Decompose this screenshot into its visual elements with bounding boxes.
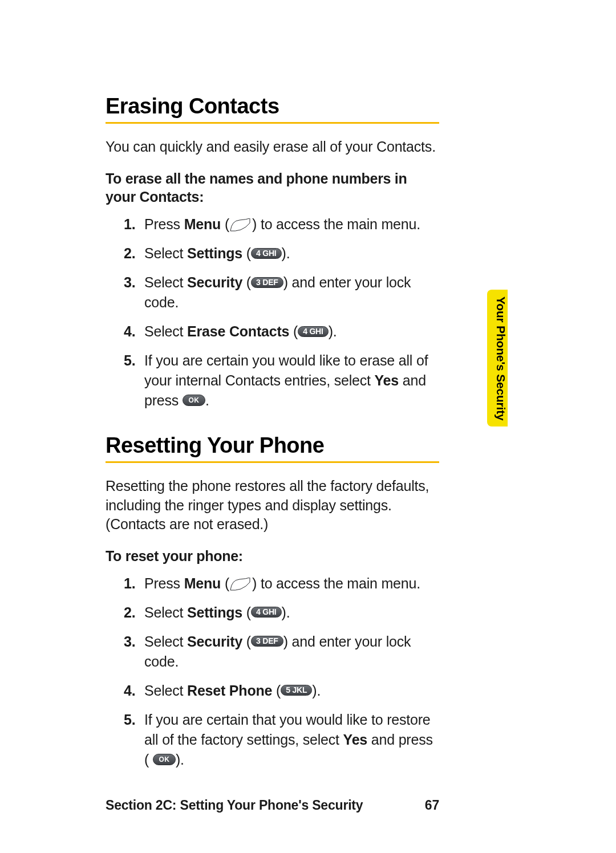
step-3: 3. Select Security (3 DEF) and enter you… [124,273,439,312]
step-number: 4. [124,322,135,342]
step-number: 4. [124,681,135,701]
key-ok-icon: OK [153,754,176,765]
step-5: 5. If you are certain that you would lik… [124,710,439,770]
menu-key-icon [229,217,252,231]
step-number: 5. [124,710,135,730]
heading-erasing-contacts: Erasing Contacts [106,94,439,119]
intro-text-2: Resetting the phone restores all the fac… [106,477,439,534]
menu-key-icon [229,576,252,590]
step-number: 3. [124,632,135,652]
heading-resetting-phone: Resetting Your Phone [106,433,439,458]
step-number: 2. [124,243,135,263]
step-number: 3. [124,273,135,293]
step-3: 3. Select Security (3 DEF) and enter you… [124,632,439,672]
step-1: 1. Press Menu () to access the main menu… [124,214,439,234]
key-3-icon: 3 DEF [251,636,283,647]
step-1: 1. Press Menu () to access the main menu… [124,574,439,594]
step-number: 1. [124,214,135,234]
subhead-reset: To reset your phone: [106,547,439,566]
steps-erase: 1. Press Menu () to access the main menu… [106,214,439,411]
step-2: 2. Select Settings (4 GHI). [124,603,439,623]
step-5: 5. If you are certain you would like to … [124,351,439,411]
heading-underline [106,122,439,124]
key-4-icon: 4 GHI [298,326,329,337]
step-4: 4. Select Reset Phone (5 JKL). [124,681,439,701]
subhead-erase: To erase all the names and phone numbers… [106,169,439,206]
page-footer: Section 2C: Setting Your Phone's Securit… [106,798,439,813]
intro-text: You can quickly and easily erase all of … [106,137,439,157]
key-5-icon: 5 JKL [281,685,312,696]
key-ok-icon: OK [183,395,205,406]
key-4-icon: 4 GHI [251,607,282,618]
step-number: 1. [124,574,135,594]
footer-page-number: 67 [425,798,439,813]
step-2: 2. Select Settings (4 GHI). [124,243,439,263]
key-3-icon: 3 DEF [251,277,283,288]
key-4-icon: 4 GHI [251,248,282,259]
step-number: 2. [124,603,135,623]
footer-section-title: Section 2C: Setting Your Phone's Securit… [106,798,363,813]
step-number: 5. [124,351,135,371]
heading-underline [106,461,439,463]
steps-reset: 1. Press Menu () to access the main menu… [106,574,439,770]
step-4: 4. Select Erase Contacts (4 GHI). [124,322,439,342]
